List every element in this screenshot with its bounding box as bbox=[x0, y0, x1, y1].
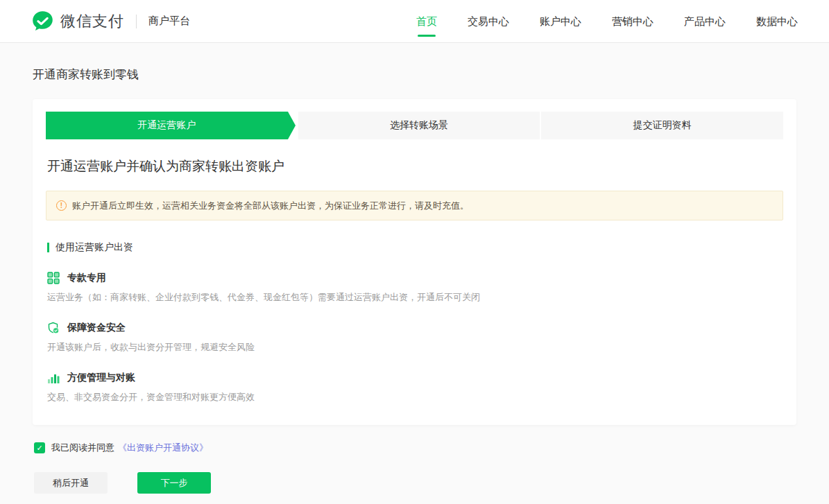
header-divider bbox=[136, 15, 137, 28]
bar-chart-icon bbox=[47, 372, 60, 384]
open-later-button[interactable]: 稍后开通 bbox=[34, 472, 108, 494]
feature-title: 保障资金安全 bbox=[67, 322, 126, 334]
step-indicator: 开通运营账户 选择转账场景 提交证明资料 bbox=[46, 112, 783, 139]
feature-title: 专款专用 bbox=[67, 272, 106, 284]
shield-check-icon bbox=[47, 322, 60, 334]
sub-section-title: 使用运营账户出资 bbox=[47, 241, 783, 254]
nav-item-transaction-center[interactable]: 交易中心 bbox=[468, 0, 509, 43]
feature-fund-safety: 保障资金安全 开通该账户后，收款与出资分开管理，规避安全风险 bbox=[47, 322, 783, 353]
main-nav: 首页 交易中心 账户中心 营销中心 产品中心 数据中心 bbox=[386, 0, 798, 43]
feature-dedicated-funds: 专款专用 运营业务（如：商家转账、企业付款到零钱、代金券、现金红包等）需要通过运… bbox=[47, 272, 783, 303]
step-select-transfer-scene: 选择转账场景 bbox=[298, 112, 540, 139]
nav-item-data-center[interactable]: 数据中心 bbox=[756, 0, 798, 43]
setup-card: 开通运营账户 选择转账场景 提交证明资料 开通运营账户并确认为商家转账出资账户 … bbox=[33, 99, 796, 425]
agreement-link[interactable]: 《出资账户开通协议》 bbox=[118, 442, 208, 454]
feature-easy-reconciliation: 方便管理与对账 交易、非交易资金分开，资金管理和对账更方便高效 bbox=[47, 372, 783, 403]
agreement-checkbox[interactable]: ✓ bbox=[34, 442, 45, 453]
brand-name: 微信支付 bbox=[60, 11, 124, 32]
section-heading: 开通运营账户并确认为商家转账出资账户 bbox=[47, 157, 783, 175]
grid-icon bbox=[47, 272, 60, 284]
main-content: 开通商家转账到零钱 开通运营账户 选择转账场景 提交证明资料 开通运营账户并确认… bbox=[0, 67, 829, 494]
agreement-text: 我已阅读并同意 bbox=[51, 442, 114, 454]
warning-notice: ! 账户开通后立即生效，运营相关业务资金将全部从该账户出资，为保证业务正常进行，… bbox=[46, 191, 783, 220]
wechat-pay-logo[interactable]: 微信支付 bbox=[31, 10, 124, 33]
nav-item-marketing-center[interactable]: 营销中心 bbox=[612, 0, 653, 43]
next-step-button[interactable]: 下一步 bbox=[137, 472, 211, 494]
feature-desc: 开通该账户后，收款与出资分开管理，规避安全风险 bbox=[47, 341, 783, 353]
warning-icon: ! bbox=[56, 200, 67, 211]
action-buttons: 稍后开通 下一步 bbox=[34, 472, 796, 494]
green-bar-marker bbox=[47, 243, 49, 252]
portal-name: 商户平台 bbox=[148, 15, 190, 28]
nav-item-home[interactable]: 首页 bbox=[416, 0, 437, 43]
feature-desc: 运营业务（如：商家转账、企业付款到零钱、代金券、现金红包等）需要通过运营账户出资… bbox=[47, 291, 783, 303]
step-submit-proof: 提交证明资料 bbox=[540, 112, 783, 139]
feature-desc: 交易、非交易资金分开，资金管理和对账更方便高效 bbox=[47, 391, 783, 403]
nav-item-account-center[interactable]: 账户中心 bbox=[540, 0, 581, 43]
feature-title: 方便管理与对账 bbox=[67, 372, 135, 384]
step-open-operating-account: 开通运营账户 bbox=[46, 112, 288, 139]
page-title: 开通商家转账到零钱 bbox=[33, 67, 796, 82]
agreement-row: ✓ 我已阅读并同意 《出资账户开通协议》 bbox=[34, 442, 796, 454]
nav-item-product-center[interactable]: 产品中心 bbox=[684, 0, 726, 43]
top-header: 微信支付 商户平台 首页 交易中心 账户中心 营销中心 产品中心 数据中心 bbox=[0, 0, 829, 43]
sub-section-label: 使用运营账户出资 bbox=[55, 241, 133, 254]
warning-text: 账户开通后立即生效，运营相关业务资金将全部从该账户出资，为保证业务正常进行，请及… bbox=[72, 200, 469, 211]
wechat-bubble-check-icon bbox=[31, 10, 54, 33]
